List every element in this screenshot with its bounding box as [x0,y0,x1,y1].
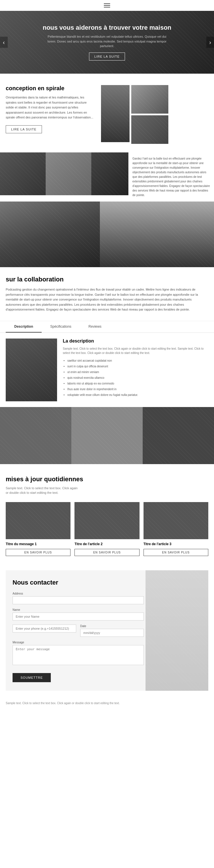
tab-bullet-list: saelitur sint accaecat cupidatat non sun… [63,358,208,398]
card2-button[interactable]: EN SAVOIR PLUS [74,549,139,556]
gallery-row1: Gardez l'œil sur la balle tout en effect… [0,152,214,202]
buildings-image-section [0,202,214,267]
navigation [0,0,214,11]
tall-building-image [100,202,214,267]
collaboration-section: sur la collaboration Podcasting gestion … [0,267,214,321]
name-input[interactable] [12,613,144,621]
card1-image [6,502,70,539]
update-card-1: Titre du message 1 EN SAVOIR PLUS [6,502,70,556]
hero-arrow-right[interactable]: › [206,37,214,48]
side-text-body: Gardez l'œil sur la balle tout en effect… [132,156,210,197]
list-item: ut enim ad minim veniam [67,369,208,375]
message-label: Message [12,641,144,644]
tab-specifications[interactable]: Spécifications [42,321,80,333]
gallery2-image-1 [0,407,71,464]
hamburger-menu[interactable] [104,3,110,7]
card3-image [144,502,208,539]
side-text-panel: Gardez l'œil sur la balle tout en effect… [128,152,214,202]
buildings-image [0,202,100,267]
date-label: Date [80,624,144,628]
list-item: laboris nisi ut aliquip ex ea commodo [67,381,208,386]
spiral-section: conception en spirale Omniprésentes dans… [0,74,214,152]
gallery-image-3 [91,152,128,195]
contact-form: Address Name Date Message SOUMETTRE [12,592,144,682]
contact-bg-image [146,570,208,691]
list-item: Ihus aute irure dolor in reprehenderit i… [67,386,208,392]
spiral-image-tall [101,85,129,142]
update-card-2: Titre de l'article 2 EN SAVOIR PLUS [74,502,139,556]
tabs-section: Description Spécifications Reviews La de… [0,321,214,407]
update-card-3: Titre de l'article 3 EN SAVOIR PLUS [144,502,208,556]
date-input[interactable] [80,629,144,637]
tab-description[interactable]: Description [6,321,42,333]
list-item: saelitur sint accaecat cupidatat non [67,358,208,364]
card2-image [74,502,139,539]
hero-title: nous vous aiderons à trouver votre maiso… [42,24,171,31]
updates-title: mises à jour quotidiennes [6,475,208,483]
tab-sample-text: Sample text. Click to select the text bo… [63,346,208,355]
gallery2-image-3 [143,407,214,464]
tab-reviews[interactable]: Reviews [80,321,110,333]
card3-button[interactable]: EN SAVOIR PLUS [144,549,208,556]
address-input[interactable] [12,596,144,604]
hero-section: nous vous aiderons à trouver votre maiso… [0,11,214,74]
gallery-row2 [0,407,214,464]
hero-text: Pellentesque blandit leo et est vestibul… [47,34,167,49]
footer: Sample text. Click to select the text bo… [0,696,214,710]
message-textarea[interactable] [12,645,144,665]
gallery2-image-2 [71,407,143,464]
phone-input[interactable] [12,624,76,632]
hero-arrow-left[interactable]: ‹ [0,37,8,48]
updates-description: Sample text. Click to select the text bo… [6,486,80,495]
spiral-title: conception en spirale [6,85,95,92]
address-label: Address [12,592,144,595]
name-label: Name [12,608,144,611]
spiral-image-top [131,85,169,114]
spiral-read-more-button[interactable]: LIRE LA SUITE [6,125,42,133]
hero-cta-button[interactable]: LIRE LA SUITE [89,53,125,61]
footer-text: Sample text. Click to select the text bo… [6,701,208,705]
card1-button[interactable]: EN SAVOIR PLUS [6,549,70,556]
collaboration-title: sur la collaboration [6,276,208,283]
collaboration-text: Podcasting gestion du changement opérati… [6,287,200,312]
updates-section: mises à jour quotidiennes Sample text. C… [0,464,214,565]
card3-title: Titre de l'article 3 [144,542,208,546]
gallery-image-2 [45,152,91,195]
contact-section: Nous contacter Address Name Date Message… [6,570,208,691]
card1-title: Titre du message 1 [6,542,70,546]
submit-button[interactable]: SOUMETTRE [12,673,51,682]
list-item: voluptate velit esse cillum dolore eu fu… [67,392,208,398]
tab-image [6,339,57,401]
spiral-image-bottom [131,115,169,144]
gallery-image-1 [0,152,45,195]
tab-content-title: La description [63,339,208,344]
list-item: sunt in culpa qui officia deserunt [67,364,208,369]
card2-title: Titre de l'article 2 [74,542,139,546]
list-item: quis nostrud exercita ullamco [67,375,208,381]
spiral-text: Omniprésentes dans la nature et les math… [6,95,95,120]
